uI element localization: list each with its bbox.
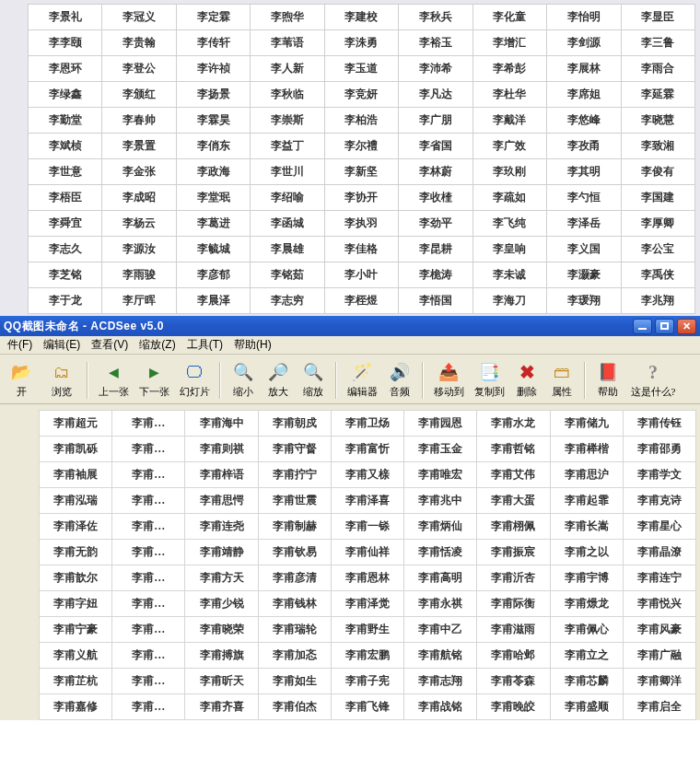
copy-to-button[interactable]: 复制到	[470, 359, 508, 401]
name-cell: 李人新	[251, 56, 324, 82]
name-cell: 李秋临	[251, 82, 324, 108]
name-cell: 李未诚	[472, 262, 546, 288]
name-cell: 李甫守督	[258, 437, 331, 462]
name-cell: 李甫…	[112, 540, 185, 565]
name-cell: 李甫兆中	[404, 488, 477, 514]
menu-item[interactable]: 查看(V)	[86, 335, 134, 355]
name-cell: 李劲平	[399, 211, 472, 237]
menu-item[interactable]: 缩放(Z)	[134, 335, 181, 355]
name-cell: 李其明	[547, 159, 621, 185]
name-cell: 李灏豪	[547, 262, 621, 288]
name-cell: 李甫思愕	[185, 488, 258, 514]
name-cell: 李甫歆尔	[40, 565, 112, 591]
name-cell: 李甫沂杏	[477, 565, 550, 591]
acdsee-titlebar: QQ截图未命名 - ACDSee v5.0	[0, 316, 700, 336]
name-cell: 李收楏	[399, 185, 472, 211]
menu-item[interactable]: 件(F)	[2, 335, 38, 355]
name-cell: 李甫如生	[258, 669, 331, 694]
editor-button[interactable]: 编辑器	[343, 359, 381, 401]
name-cell: 李甫滋雨	[477, 617, 550, 643]
name-cell: 李甫邵勇	[623, 437, 695, 462]
toolbar-button-label: 下一张	[139, 385, 169, 399]
prev-button[interactable]: 上一张	[94, 359, 133, 401]
name-cell: 李甫无韵	[40, 540, 112, 565]
name-cell: 李甫唯宏	[404, 462, 477, 488]
name-cell: 李甫…	[112, 617, 185, 643]
name-cell: 李甫世震	[258, 488, 331, 514]
name-cell: 李甫哲铭	[477, 437, 550, 462]
name-cell: 李煦华	[251, 5, 324, 30]
name-cell: 李甫…	[112, 514, 185, 540]
delete-button[interactable]: 删除	[510, 359, 543, 401]
properties-button[interactable]: 属性	[545, 359, 578, 401]
whats-this-button[interactable]: 这是什么?	[626, 359, 680, 401]
help-button[interactable]: 帮助	[591, 359, 624, 401]
close-button[interactable]	[677, 319, 696, 334]
name-cell: 李杨云	[102, 211, 176, 237]
name-cell: 李崇斯	[251, 108, 324, 134]
prev-icon	[102, 361, 124, 383]
name-cell: 李甫飞锋	[331, 694, 403, 720]
name-cell: 李晓慧	[621, 108, 695, 134]
toolbar-button-label: 浏览	[52, 385, 72, 399]
name-cell: 李晨泽	[176, 288, 250, 314]
name-cell: 李甫字妞	[40, 591, 112, 617]
name-cell: 李甫卫炀	[331, 411, 403, 437]
menu-item[interactable]: 编辑(E)	[38, 335, 86, 355]
name-cell: 李成昭	[102, 185, 176, 211]
name-cell: 李甫园恩	[404, 411, 477, 437]
name-cell: 李孜甬	[547, 134, 621, 159]
name-cell: 李甫野生	[331, 617, 403, 643]
zoom-button[interactable]: 缩放	[297, 359, 330, 401]
name-cell: 李世川	[251, 159, 324, 185]
name-cell: 李景礼	[29, 5, 102, 30]
audio-button[interactable]: 音频	[383, 359, 416, 401]
zoom-out-button[interactable]: 缩小	[227, 359, 260, 401]
name-cell: 李致湘	[621, 134, 695, 159]
toolbar-button-label: 幻灯片	[180, 385, 210, 399]
toolbar-button-label: 上一张	[99, 385, 129, 399]
name-cell: 李昆耕	[399, 237, 472, 262]
name-cell: 李甫连尧	[185, 514, 258, 540]
browse-button[interactable]: 浏览	[42, 359, 81, 401]
name-cell: 李勺恒	[547, 185, 621, 211]
name-cell: 李志久	[29, 237, 102, 262]
name-cell: 李甫搏旗	[185, 643, 258, 669]
name-cell: 李甫悦兴	[623, 591, 695, 617]
name-cell: 李甫恩林	[331, 565, 403, 591]
toolbar-button-label: 编辑器	[347, 385, 378, 399]
name-cell: 李甫晚皎	[477, 694, 550, 720]
menu-item[interactable]: 帮助(H)	[228, 335, 277, 355]
name-cell: 李甫泓瑞	[40, 488, 112, 514]
name-cell: 李玉道	[324, 56, 398, 82]
name-cell: 李厚卿	[621, 211, 695, 237]
name-cell: 李甫…	[112, 411, 185, 437]
window-title: QQ截图未命名 - ACDSee v5.0	[4, 319, 633, 334]
move-to-button[interactable]: 移动到	[429, 359, 468, 401]
name-cell: 李甫水龙	[477, 411, 550, 437]
name-cell: 李许祯	[176, 56, 250, 82]
next-button[interactable]: 下一张	[134, 359, 173, 401]
maximize-button[interactable]	[655, 319, 674, 334]
audio-icon	[389, 361, 411, 383]
menu-bar: 件(F)编辑(E)查看(V)缩放(Z)工具(T)帮助(H)	[0, 336, 700, 355]
toolbar-button-label: 缩放	[303, 385, 323, 399]
menu-item[interactable]: 工具(T)	[181, 335, 228, 355]
del-icon	[516, 361, 538, 383]
name-cell: 李于龙	[29, 288, 102, 314]
what-icon	[642, 361, 664, 383]
open-icon	[10, 361, 32, 383]
name-cell: 李桎煜	[324, 288, 398, 314]
toolbar-button-label: 放大	[268, 385, 288, 399]
name-cell: 李函城	[251, 211, 324, 237]
name-cell: 李甫泽佐	[40, 514, 112, 540]
minimize-button[interactable]	[633, 319, 652, 334]
name-cell: 李席姐	[547, 82, 621, 108]
name-cell: 李甫思沪	[550, 462, 623, 488]
name-cell: 李彦郁	[176, 262, 250, 288]
zoomin-icon	[267, 361, 289, 383]
zoom-in-button[interactable]: 放大	[262, 359, 295, 401]
open-button[interactable]: 开	[2, 359, 41, 401]
name-cell: 李甫…	[112, 669, 185, 694]
slideshow-button[interactable]: 幻灯片	[175, 359, 214, 401]
